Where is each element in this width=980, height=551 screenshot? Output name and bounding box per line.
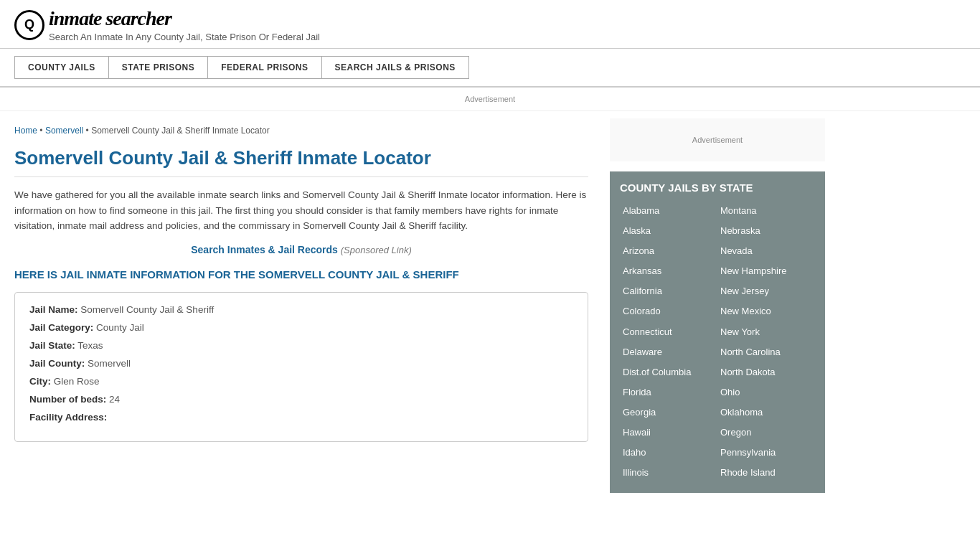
state-link[interactable]: Georgia (620, 402, 717, 423)
nav-bar: COUNTY JAILS STATE PRISONS FEDERAL PRISO… (0, 49, 980, 88)
county-jails-box: COUNTY JAILS BY STATE AlabamaAlaskaArizo… (610, 171, 825, 493)
state-columns: AlabamaAlaskaArizonaArkansasCaliforniaCo… (620, 201, 815, 483)
beds-row: Number of beds: 24 (29, 394, 573, 405)
state-link[interactable]: Oklahoma (717, 402, 815, 423)
sidebar-ad: Advertisement (610, 118, 825, 161)
state-link[interactable]: Illinois (620, 463, 717, 483)
logo-text-searcher: searcher (105, 7, 171, 29)
state-link[interactable]: North Carolina (717, 342, 815, 362)
nav-federal-prisons[interactable]: FEDERAL PRISONS (208, 56, 321, 79)
state-link[interactable]: Montana (717, 201, 815, 221)
breadcrumb-parent[interactable]: Somervell (45, 126, 83, 136)
body-text: We have gathered for you all the availab… (14, 187, 588, 234)
sponsored-link-area: Search Inmates & Jail Records (Sponsored… (14, 244, 588, 255)
logo-text-inmate: inmate (49, 7, 101, 29)
state-link[interactable]: Florida (620, 382, 717, 402)
jail-county-label: Jail County: (29, 358, 85, 369)
nav-search-jails[interactable]: SEARCH JAILS & PRISONS (322, 56, 469, 79)
content-wrap: Home • Somervell • Somervell County Jail… (0, 111, 980, 493)
city-label: City: (29, 376, 51, 387)
state-link[interactable]: Idaho (620, 443, 717, 463)
header: Q inmate searcher Search An Inmate In An… (0, 0, 980, 49)
tagline: Search An Inmate In Any County Jail, Sta… (49, 32, 320, 42)
nav-county-jails[interactable]: COUNTY JAILS (14, 56, 109, 79)
ad-banner: Advertisement (0, 88, 980, 111)
jail-category-label: Jail Category: (29, 322, 93, 333)
state-link[interactable]: Connecticut (620, 322, 717, 342)
county-jails-by-state-title: COUNTY JAILS BY STATE (620, 182, 815, 194)
jail-state-row: Jail State: Texas (29, 340, 573, 351)
state-link[interactable]: Nevada (717, 241, 815, 261)
jail-name-value: Somervell County Jail & Sheriff (80, 304, 214, 315)
state-col-left: AlabamaAlaskaArizonaArkansasCaliforniaCo… (620, 201, 717, 483)
logo-area: Q inmate searcher Search An Inmate In An… (14, 7, 966, 42)
state-link[interactable]: Oregon (717, 423, 815, 443)
state-col-right: MontanaNebraskaNevadaNew HampshireNew Je… (717, 201, 815, 483)
state-link[interactable]: New Hampshire (717, 261, 815, 281)
logo-text: inmate searcher (49, 7, 320, 30)
jail-name-label: Jail Name: (29, 304, 78, 315)
jail-state-value: Texas (77, 340, 103, 351)
state-link[interactable]: Arizona (620, 241, 717, 261)
address-row: Facility Address: (29, 412, 573, 423)
state-link[interactable]: Arkansas (620, 261, 717, 281)
breadcrumb: Home • Somervell • Somervell County Jail… (14, 126, 588, 136)
sponsored-link[interactable]: Search Inmates & Jail Records (191, 244, 338, 255)
state-link[interactable]: Nebraska (717, 221, 815, 241)
sub-heading: HERE IS JAIL INMATE INFORMATION FOR THE … (14, 268, 588, 281)
state-link[interactable]: Colorado (620, 301, 717, 321)
address-label: Facility Address: (29, 412, 107, 423)
state-link[interactable]: Hawaii (620, 423, 717, 443)
state-link[interactable]: Pennsylvania (717, 443, 815, 463)
jail-category-row: Jail Category: County Jail (29, 322, 573, 333)
beds-value: 24 (109, 394, 120, 405)
state-link[interactable]: Ohio (717, 382, 815, 402)
jail-name-row: Jail Name: Somervell County Jail & Sheri… (29, 304, 573, 315)
state-link[interactable]: Dist.of Columbia (620, 362, 717, 382)
sidebar: Advertisement COUNTY JAILS BY STATE Alab… (603, 111, 825, 493)
state-link[interactable]: New York (717, 322, 815, 342)
state-link[interactable]: Rhode Island (717, 463, 815, 483)
main-content: Home • Somervell • Somervell County Jail… (14, 111, 603, 493)
page-title: Somervell County Jail & Sheriff Inmate L… (14, 147, 588, 177)
state-link[interactable]: Alaska (620, 221, 717, 241)
state-link[interactable]: Delaware (620, 342, 717, 362)
info-box: Jail Name: Somervell County Jail & Sheri… (14, 292, 588, 442)
state-link[interactable]: North Dakota (717, 362, 815, 382)
jail-category-value: County Jail (96, 322, 144, 333)
state-link[interactable]: Alabama (620, 201, 717, 221)
jail-county-value: Somervell (88, 358, 131, 369)
jail-state-label: Jail State: (29, 340, 75, 351)
breadcrumb-current: Somervell County Jail & Sheriff Inmate L… (91, 126, 270, 136)
logo-icon: Q (14, 10, 44, 40)
city-row: City: Glen Rose (29, 376, 573, 387)
jail-county-row: Jail County: Somervell (29, 358, 573, 369)
state-link[interactable]: California (620, 281, 717, 301)
breadcrumb-home[interactable]: Home (14, 126, 37, 136)
nav-state-prisons[interactable]: STATE PRISONS (109, 56, 208, 79)
beds-label: Number of beds: (29, 394, 106, 405)
state-link[interactable]: New Jersey (717, 281, 815, 301)
ad-label: Advertisement (465, 95, 515, 103)
sponsored-label: (Sponsored Link) (341, 245, 412, 255)
city-value: Glen Rose (54, 376, 100, 387)
sidebar-ad-label: Advertisement (692, 136, 743, 144)
state-link[interactable]: New Mexico (717, 301, 815, 321)
